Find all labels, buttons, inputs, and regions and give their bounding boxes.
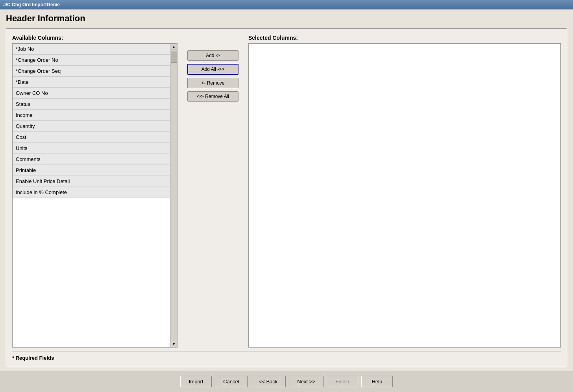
finish-label: Finish <box>335 379 349 385</box>
list-item[interactable]: *Date <box>13 77 170 88</box>
required-fields-note: * Required Fields <box>12 351 561 361</box>
scrollbar-down-btn[interactable]: ▼ <box>171 341 177 347</box>
remove-button[interactable]: <- Remove <box>187 78 238 88</box>
available-columns-label: Available Columns: <box>12 35 177 41</box>
action-buttons-section: Add -> Add All ->> <- Remove <<- Remove … <box>181 35 244 348</box>
back-button[interactable]: << Back <box>251 376 286 387</box>
list-item[interactable]: Income <box>13 110 170 121</box>
help-button[interactable]: Help <box>361 376 393 387</box>
list-item[interactable]: Enable Unit Price Detail <box>13 176 170 187</box>
list-item[interactable]: Units <box>13 143 170 154</box>
list-item[interactable]: Cost <box>13 132 170 143</box>
available-columns-scrollbar[interactable]: ▲ ▼ <box>170 44 177 347</box>
content-panel: Available Columns: *Job No*Change Order … <box>6 28 567 367</box>
list-item[interactable]: Printable <box>13 165 170 176</box>
available-columns-list[interactable]: *Job No*Change Order No*Change Order Seq… <box>13 44 170 347</box>
finish-button[interactable]: Finish <box>327 376 358 387</box>
available-columns-section: Available Columns: *Job No*Change Order … <box>12 35 177 348</box>
selected-columns-label: Selected Columns: <box>248 35 561 41</box>
list-item[interactable]: Comments <box>13 154 170 165</box>
list-item[interactable]: Quantity <box>13 121 170 132</box>
list-item[interactable]: *Change Order Seq <box>13 66 170 77</box>
import-button[interactable]: Import <box>180 376 212 387</box>
list-item[interactable]: *Job No <box>13 44 170 55</box>
selected-columns-section: Selected Columns: <box>248 35 561 348</box>
title-bar-label: J/C Chg Ord ImportGenie <box>3 2 60 7</box>
cancel-button[interactable]: Cancel <box>215 376 247 387</box>
scrollbar-thumb[interactable] <box>171 51 177 63</box>
list-item[interactable]: Owner CO No <box>13 88 170 99</box>
selected-columns-list[interactable] <box>248 43 561 348</box>
list-item[interactable]: Status <box>13 99 170 110</box>
remove-all-button[interactable]: <<- Remove All <box>187 91 238 102</box>
add-all-button[interactable]: Add All ->> <box>187 64 238 75</box>
cancel-label: Cancel <box>223 379 239 385</box>
list-item[interactable]: *Change Order No <box>13 55 170 66</box>
list-item[interactable]: Include in % Complete <box>13 187 170 198</box>
help-label: Help <box>372 379 382 385</box>
footer-bar: Import Cancel << Back Next >> Finish Hel… <box>0 371 573 392</box>
columns-area: Available Columns: *Job No*Change Order … <box>12 35 561 348</box>
main-container: Header Information Available Columns: *J… <box>0 9 573 371</box>
next-button[interactable]: Next >> <box>289 376 323 387</box>
next-label: Next >> <box>297 379 315 385</box>
scrollbar-up-btn[interactable]: ▲ <box>171 44 177 50</box>
title-bar: J/C Chg Ord ImportGenie <box>0 0 573 9</box>
page-title: Header Information <box>6 13 567 24</box>
add-button[interactable]: Add -> <box>187 50 238 61</box>
available-columns-list-container: *Job No*Change Order No*Change Order Seq… <box>12 43 177 348</box>
